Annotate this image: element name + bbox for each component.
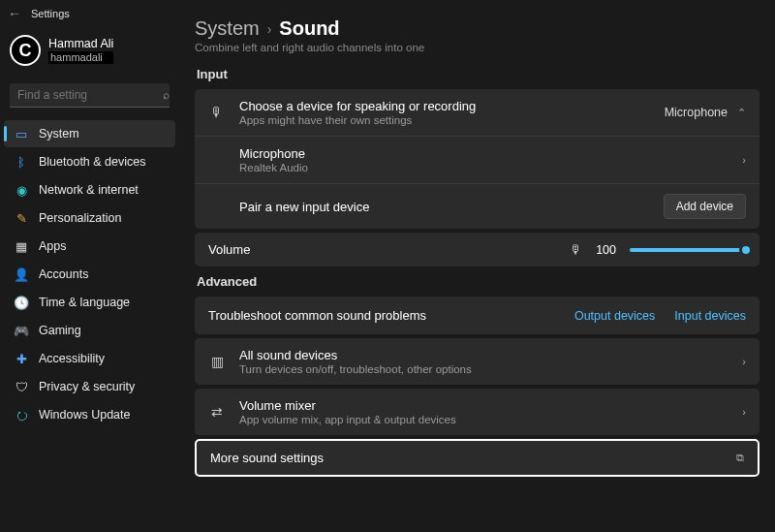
wifi-icon: ◉ [14, 182, 29, 198]
microphone-icon: 🎙 [208, 105, 226, 120]
mono-subline: Combine left and right audio channels in… [195, 42, 760, 53]
row-title: Pair a new input device [239, 200, 650, 214]
input-device-value: Microphone [665, 106, 728, 119]
troubleshoot-card: Troubleshoot common sound problems Outpu… [195, 297, 760, 334]
sidebar-item-bluetooth[interactable]: ᛒBluetooth & devices [4, 148, 175, 175]
row-title: Volume mixer [239, 398, 728, 413]
row-more-sound-settings[interactable]: More sound settings ⧉ [197, 441, 758, 475]
link-output-devices[interactable]: Output devices [574, 309, 655, 323]
row-title: Choose a device for speaking or recordin… [239, 99, 651, 113]
section-title-advanced: Advanced [197, 274, 760, 289]
chevron-up-icon: ⌃ [737, 107, 746, 119]
sidebar-item-personalization[interactable]: ✎Personalization [4, 204, 175, 232]
link-input-devices[interactable]: Input devices [674, 309, 746, 323]
row-title: All sound devices [239, 348, 728, 362]
sidebar-item-network[interactable]: ◉Network & internet [4, 176, 175, 203]
sidebar-item-label: Apps [39, 239, 67, 253]
system-icon: ▭ [14, 126, 29, 141]
shield-icon: 🛡 [14, 379, 29, 394]
add-device-button[interactable]: Add device [664, 194, 746, 219]
section-title-input: Input [197, 67, 760, 81]
volume-label: Volume [208, 242, 250, 257]
row-title: Troubleshoot common sound problems [208, 308, 555, 323]
sidebar-item-label: Personalization [39, 211, 121, 225]
volume-mixer-card: ⇄ Volume mixer App volume mix, app input… [195, 389, 760, 435]
row-choose-input-device[interactable]: 🎙 Choose a device for speaking or record… [195, 89, 760, 136]
volume-slider[interactable] [630, 248, 746, 252]
sidebar-item-accessibility[interactable]: ✚Accessibility [4, 345, 175, 372]
sidebar-item-system[interactable]: ▭System [4, 120, 175, 147]
bluetooth-icon: ᛒ [14, 154, 29, 170]
row-volume-mixer[interactable]: ⇄ Volume mixer App volume mix, app input… [195, 389, 760, 435]
search-input[interactable] [17, 88, 163, 102]
sidebar-item-gaming[interactable]: 🎮Gaming [4, 317, 175, 344]
devices-icon: ▥ [208, 354, 226, 369]
input-volume-card: Volume 🎙 100 [195, 233, 760, 266]
content: System › Sound Combine left and right au… [179, 0, 775, 532]
mixer-icon: ⇄ [208, 404, 226, 420]
row-sub: Turn devices on/off, troubleshoot, other… [239, 363, 728, 375]
sidebar-item-label: Time & language [39, 296, 130, 309]
sidebar-item-label: Bluetooth & devices [39, 155, 146, 169]
accessibility-icon: ✚ [14, 351, 29, 366]
volume-value: 100 [596, 243, 616, 257]
sidebar-item-label: Accessibility [39, 352, 105, 365]
sidebar-item-windows-update[interactable]: ⭮Windows Update [4, 401, 175, 428]
accounts-icon: 👤 [14, 266, 29, 282]
sidebar-item-accounts[interactable]: 👤Accounts [4, 261, 175, 288]
profile-block[interactable]: C Hammad Ali hammadali [0, 31, 179, 76]
sidebar-item-apps[interactable]: ▦Apps [4, 233, 175, 260]
row-troubleshoot: Troubleshoot common sound problems Outpu… [195, 297, 760, 334]
chevron-right-icon: › [742, 154, 746, 166]
search-box[interactable]: ⌕ [10, 83, 170, 108]
row-microphone[interactable]: Microphone Realtek Audio › [195, 136, 760, 183]
row-sub: App volume mix, app input & output devic… [239, 414, 728, 425]
profile-username: hammadali [48, 51, 113, 64]
sidebar-item-label: Accounts [39, 267, 88, 281]
row-sub: Apps might have their own settings [239, 114, 651, 126]
row-all-sound-devices[interactable]: ▥ All sound devices Turn devices on/off,… [195, 338, 760, 385]
sidebar-item-time[interactable]: 🕓Time & language [4, 289, 175, 316]
clock-icon: 🕓 [14, 295, 29, 310]
brush-icon: ✎ [14, 210, 29, 226]
sidebar-item-label: Gaming [39, 324, 81, 337]
input-card: 🎙 Choose a device for speaking or record… [195, 89, 760, 229]
more-sound-settings-card: More sound settings ⧉ [195, 439, 760, 477]
update-icon: ⭮ [14, 407, 29, 422]
row-title: Microphone [239, 146, 728, 161]
row-title: More sound settings [210, 451, 723, 465]
apps-icon: ▦ [14, 238, 29, 254]
gaming-icon: 🎮 [14, 323, 29, 338]
microphone-icon: 🎙 [570, 242, 582, 257]
all-devices-card: ▥ All sound devices Turn devices on/off,… [195, 338, 760, 385]
sidebar-item-label: Network & internet [39, 183, 139, 197]
row-pair-device: Pair a new input device Add device [195, 183, 760, 229]
sidebar-item-label: Privacy & security [39, 380, 135, 393]
search-icon: ⌕ [163, 88, 170, 102]
profile-name: Hammad Ali [48, 37, 113, 51]
chevron-right-icon: › [742, 406, 746, 418]
row-sub: Realtek Audio [239, 162, 728, 173]
row-input-volume: Volume 🎙 100 [195, 233, 760, 266]
sidebar: C Hammad Ali hammadali ⌕ ▭System ᛒBlueto… [0, 0, 179, 532]
chevron-right-icon: › [742, 356, 746, 367]
sidebar-item-privacy[interactable]: 🛡Privacy & security [4, 373, 175, 400]
sidebar-item-label: System [39, 127, 79, 141]
sidebar-item-label: Windows Update [39, 408, 131, 422]
back-arrow-icon[interactable]: ← [8, 6, 21, 21]
window-title: Settings [31, 8, 70, 19]
avatar: C [10, 35, 41, 66]
external-link-icon: ⧉ [736, 452, 744, 464]
